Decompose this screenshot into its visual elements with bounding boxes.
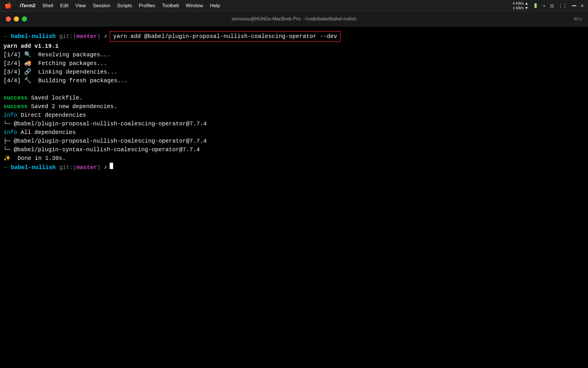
- yarn-version-line: yarn add v1.19.1: [3, 42, 585, 51]
- menu-bar-right: 4 KB/s ▲ 1 KB/s ▼ 🔋 ⌁ ⊡ ⋮⋮ ••• ≡: [513, 1, 583, 10]
- success-line-2: success Saved 2 new dependencies.: [3, 102, 585, 111]
- maximize-button[interactable]: [22, 16, 27, 22]
- prompt-git-2: git:: [56, 163, 73, 172]
- step-1-bracket: [1/4] 🔍: [3, 51, 38, 59]
- info-content-2: All dependencies: [21, 128, 76, 137]
- step-3: [3/4] 🔗 Linking dependencies...: [3, 68, 585, 76]
- network-info: 4 KB/s ▲ 1 KB/s ▼: [513, 1, 529, 10]
- close-button[interactable]: [6, 16, 11, 22]
- all-dep-line-2: └─ @babel/plugin-syntax-nullish-coalesci…: [3, 145, 585, 154]
- empty-line-1: [3, 85, 585, 94]
- wifi-icon: ⌁: [543, 3, 546, 8]
- minimize-button[interactable]: [14, 16, 19, 22]
- prompt-arrow-2: →: [3, 163, 7, 172]
- menu-profiles[interactable]: Profiles: [139, 3, 155, 9]
- upload-speed: 4 KB/s ▲: [513, 1, 529, 6]
- menu-iterm2[interactable]: iTerm2: [20, 3, 36, 9]
- info-label-1: info: [3, 111, 17, 120]
- menu-shell[interactable]: Shell: [42, 3, 53, 9]
- more-icon: •••: [572, 3, 576, 8]
- menu-extra-icon: ≡: [581, 3, 583, 8]
- prompt-x-2: ✗: [100, 163, 107, 172]
- sparkle-icon: ✨: [3, 154, 11, 163]
- all-dep-text-2: └─ @babel/plugin-syntax-nullish-coalesci…: [3, 145, 200, 154]
- menu-edit[interactable]: Edit: [60, 3, 68, 9]
- keyboard-shortcut: ⌘#1: [574, 17, 582, 21]
- success-text-2: Saved 2 new dependencies.: [31, 102, 117, 111]
- menu-scripts[interactable]: Scripts: [117, 3, 132, 9]
- step-4-bracket: [4/4] 🔨: [3, 76, 38, 85]
- prompt-git-1: git:: [56, 32, 73, 41]
- command-text: yarn add @babel/plugin-proposal-nullish-…: [110, 31, 341, 42]
- all-dep-text-1: ├─ @babel/plugin-proposal-nullish-coales…: [3, 137, 207, 145]
- prompt-paren-close-2: ): [97, 163, 100, 172]
- prompt-paren-open-1: (: [73, 32, 76, 41]
- done-text: Done in 1.30s.: [11, 154, 66, 163]
- success-label-2: success: [3, 102, 28, 111]
- step-3-bracket: [3/4] 🔗: [3, 68, 38, 76]
- success-text-1: [28, 94, 31, 102]
- menu-window[interactable]: Window: [186, 3, 203, 9]
- window-title: oomusou@HUNGs-MacBook-Pro: ~/code/babel/…: [232, 16, 357, 22]
- apple-menu[interactable]: 🍎: [5, 2, 12, 9]
- prompt-dir-2: babel-nullish: [11, 163, 56, 172]
- menu-bar: 🍎 iTerm2 Shell Edit View Session Scripts…: [0, 0, 588, 12]
- prompt-branch-1: master: [76, 32, 97, 41]
- menu-session[interactable]: Session: [93, 3, 110, 9]
- info-line-2: info All dependencies: [3, 128, 585, 137]
- prompt-paren-close-1: ): [97, 32, 100, 41]
- download-speed: 1 KB/s ▼: [513, 6, 529, 10]
- step-2-bracket: [2/4] 🚚: [3, 59, 38, 68]
- step-4: [4/4] 🔨 Building fresh packages...: [3, 76, 585, 85]
- cast-icon: ⊡: [550, 3, 554, 8]
- info-text-2: [17, 128, 21, 137]
- step-2-text: Fetching packages...: [38, 59, 107, 68]
- prompt-line-1: → babel-nullish git: ( master ) ✗ yarn a…: [3, 31, 585, 42]
- info-content-1: Direct dependencies: [21, 111, 86, 120]
- step-1-text: Resolving packages...: [38, 51, 111, 59]
- info-label-2: info: [3, 128, 17, 137]
- title-bar: oomusou@HUNGs-MacBook-Pro: ~/code/babel/…: [0, 12, 588, 26]
- prompt-arrow-1: →: [3, 32, 7, 41]
- prompt-paren-open-2: (: [73, 163, 76, 172]
- prompt-branch-2: master: [76, 163, 97, 172]
- prompt-dir-1: babel-nullish: [11, 32, 56, 41]
- prompt-line-2: → babel-nullish git: ( master ) ✗: [3, 163, 585, 172]
- step-2: [2/4] 🚚 Fetching packages...: [3, 59, 585, 68]
- terminal-cursor[interactable]: [110, 163, 113, 169]
- success-msg-1: Saved lockfile.: [31, 94, 83, 102]
- terminal-content[interactable]: → babel-nullish git: ( master ) ✗ yarn a…: [0, 26, 588, 368]
- menu-toolbelt[interactable]: Toolbelt: [162, 3, 179, 9]
- prompt-x-1: ✗: [100, 32, 107, 41]
- info-text-1: [17, 111, 21, 120]
- traffic-lights: [6, 16, 27, 22]
- step-1: [1/4] 🔍 Resolving packages...: [3, 51, 585, 59]
- bluetooth-icon: ⋮⋮: [558, 3, 567, 8]
- direct-dep-text: └─ @babel/plugin-proposal-nullish-coales…: [3, 120, 207, 128]
- step-3-text: Linking dependencies...: [38, 68, 117, 76]
- info-line-1: info Direct dependencies: [3, 111, 585, 120]
- success-label-1: success: [3, 94, 28, 102]
- menu-help[interactable]: Help: [210, 3, 220, 9]
- all-dep-line-1: ├─ @babel/plugin-proposal-nullish-coales…: [3, 137, 585, 145]
- success-msg-2: [28, 102, 31, 111]
- direct-dep-line: └─ @babel/plugin-proposal-nullish-coales…: [3, 120, 585, 128]
- battery-icon: 🔋: [533, 3, 538, 8]
- yarn-version-text: yarn add v1.19.1: [3, 42, 59, 51]
- menu-view[interactable]: View: [76, 3, 86, 9]
- step-4-text: Building fresh packages...: [38, 76, 128, 85]
- done-line: ✨ Done in 1.30s.: [3, 154, 585, 163]
- success-line-1: success Saved lockfile.: [3, 94, 585, 102]
- terminal-window: oomusou@HUNGs-MacBook-Pro: ~/code/babel/…: [0, 12, 588, 368]
